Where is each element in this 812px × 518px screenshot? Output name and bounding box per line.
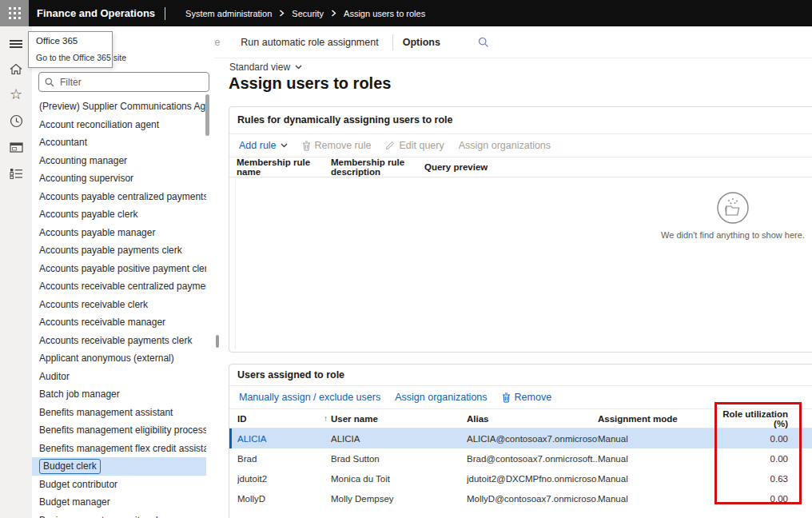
- cell-id: ALICIA: [237, 434, 331, 444]
- cell-user-name: Brad Sutton: [331, 454, 467, 464]
- options-button-label: Options: [403, 37, 440, 48]
- role-list-item[interactable]: Applicant anonymous (external): [32, 349, 206, 368]
- panel-scrollbar[interactable]: [216, 335, 219, 348]
- role-list-item[interactable]: Budget contributor: [32, 476, 206, 494]
- edit-query-label: Edit query: [399, 140, 444, 151]
- role-list-item[interactable]: Accounts receivable clerk: [32, 296, 206, 314]
- users-table-row[interactable]: ALICIAALICIAALICIA@contosoax7.onmicrosof…: [229, 428, 812, 448]
- roles-panel: (Preview) Supplier Communications AgentA…: [32, 26, 214, 518]
- tooltip-subtitle: Go to the Office 365 site: [36, 53, 105, 62]
- role-list-item[interactable]: Benefits management eligibility processo…: [32, 421, 206, 440]
- cell-user-name: Monica du Toit: [331, 474, 467, 484]
- chevron-right-icon: [279, 10, 285, 17]
- favorites-star-icon[interactable]: ☆: [0, 84, 32, 105]
- users-toolbar: Manually assign / exclude users Assign o…: [229, 386, 812, 409]
- selected-row-marker: [229, 428, 232, 448]
- chevron-right-icon: [331, 10, 336, 17]
- users-table-header: ID↑ User name Alias Assignment mode Role…: [229, 409, 812, 428]
- add-rule-label: Add rule: [239, 140, 277, 151]
- role-list-item[interactable]: Auditor: [32, 368, 206, 386]
- rules-table-header: Membership rule name Membership rule des…: [229, 157, 812, 177]
- breadcrumb-item-page[interactable]: Assign users to roles: [344, 9, 425, 18]
- role-list-item[interactable]: Account reconciliation agent: [32, 116, 206, 134]
- column-query-preview[interactable]: Query preview: [424, 162, 812, 172]
- cell-user-name: Molly Dempsey: [331, 494, 467, 504]
- home-icon[interactable]: [0, 58, 32, 79]
- recent-clock-icon[interactable]: [0, 110, 32, 131]
- column-id[interactable]: ID↑: [237, 414, 331, 424]
- remove-rule-button[interactable]: Remove rule: [302, 140, 372, 151]
- run-automatic-role-assignment-button[interactable]: Run automatic role assignment: [241, 37, 378, 48]
- office365-tooltip: Office 365 Go to the Office 365 site: [28, 31, 113, 68]
- trash-icon: [302, 141, 311, 151]
- view-selector[interactable]: Standard view: [229, 62, 302, 73]
- role-list-item[interactable]: Accounts payable positive payment clerk: [32, 260, 206, 278]
- role-list-item[interactable]: Business events security role: [32, 512, 206, 518]
- app-launcher-icon: [9, 7, 21, 19]
- app-launcher-button[interactable]: [0, 0, 29, 26]
- cell-role-utilization: 0.00: [716, 494, 788, 504]
- sort-ascending-icon: ↑: [324, 414, 328, 424]
- users-table-row[interactable]: MollyDMolly DempseyMollyD@contosoax7.onm…: [229, 488, 812, 508]
- filter-search-icon: [45, 78, 54, 87]
- breadcrumb-item-module[interactable]: System administration: [185, 9, 272, 18]
- role-list-item[interactable]: Accounts payable manager: [32, 224, 206, 242]
- role-list-item[interactable]: Accounts receivable manager: [32, 313, 206, 332]
- roles-list: (Preview) Supplier Communications AgentA…: [32, 98, 206, 518]
- column-role-utilization[interactable]: Role utilization (%): [716, 409, 788, 428]
- breadcrumb-item-area[interactable]: Security: [292, 9, 324, 18]
- top-navigation-bar: Finance and Operations System administra…: [0, 0, 812, 26]
- manually-assign-exclude-users-button[interactable]: Manually assign / exclude users: [239, 392, 380, 403]
- role-list-item[interactable]: Batch job manager: [32, 385, 206, 404]
- cell-id: MollyD: [237, 494, 331, 504]
- rules-assign-organizations-button[interactable]: Assign organizations: [459, 140, 551, 151]
- cell-assignment-mode: Manual: [598, 494, 716, 504]
- run-automatic-role-assignment-label: Run automatic role assignment: [241, 37, 378, 48]
- role-list-item[interactable]: Accountant: [32, 133, 206, 152]
- column-assignment-mode[interactable]: Assignment mode: [598, 414, 716, 424]
- users-table-row[interactable]: BradBrad SuttonBrad@contosoax7.onmicroso…: [229, 448, 812, 468]
- roles-list-scrollbar[interactable]: [205, 94, 209, 136]
- role-list-item[interactable]: Accounting supervisor: [32, 169, 206, 188]
- view-selector-label: Standard view: [229, 62, 290, 73]
- cell-role-utilization: 0.00: [716, 434, 788, 444]
- users-assign-organizations-button[interactable]: Assign organizations: [395, 392, 487, 403]
- remove-user-label: Remove: [515, 392, 552, 403]
- role-list-item[interactable]: Accounts receivable payments clerk: [32, 332, 206, 350]
- role-filter-field[interactable]: [38, 72, 209, 92]
- users-table-row[interactable]: jdutoit2Monica du Toitjdutoit2@DXCMPfno.…: [229, 468, 812, 488]
- role-list-item[interactable]: Accounts payable clerk: [32, 205, 206, 224]
- modules-list-icon[interactable]: [0, 163, 32, 184]
- role-list-item[interactable]: Accounts payable payments clerk: [32, 241, 206, 260]
- app-title[interactable]: Finance and Operations: [37, 7, 155, 19]
- role-list-item[interactable]: (Preview) Supplier Communications Agent: [32, 98, 206, 116]
- cell-role-utilization: 0.00: [716, 454, 788, 464]
- role-filter-input[interactable]: [58, 76, 209, 89]
- column-membership-rule-name[interactable]: Membership rule name: [237, 157, 331, 177]
- search-button[interactable]: [478, 37, 489, 48]
- role-list-item[interactable]: Accounting manager: [32, 152, 206, 170]
- column-alias[interactable]: Alias: [467, 414, 598, 424]
- role-list-item[interactable]: Budget manager: [32, 493, 206, 512]
- remove-user-button[interactable]: Remove: [502, 392, 552, 403]
- options-button[interactable]: Options: [403, 37, 440, 48]
- add-rule-button[interactable]: Add rule: [239, 140, 288, 151]
- trash-icon: [502, 392, 511, 403]
- chevron-down-icon: [281, 143, 288, 148]
- workspaces-icon[interactable]: [0, 137, 32, 157]
- role-list-item[interactable]: Budget clerk: [32, 457, 206, 476]
- role-list-item[interactable]: Accounts payable centralized payments cl…: [32, 188, 206, 206]
- rules-assign-organizations-label: Assign organizations: [459, 140, 551, 151]
- role-list-item[interactable]: Benefits management assistant: [32, 404, 206, 422]
- cell-alias: ALICIA@contosoax7.onmicrosof...: [467, 434, 598, 444]
- column-user-name[interactable]: User name: [331, 414, 467, 424]
- cell-role-utilization: 0.63: [716, 474, 788, 484]
- hamburger-menu-icon[interactable]: [0, 34, 32, 54]
- role-list-item[interactable]: Benefits management flex credit assistan…: [32, 440, 206, 458]
- empty-state-icon: [715, 190, 750, 225]
- role-list-item[interactable]: Accounts receivable centralized payments…: [32, 277, 206, 296]
- cell-alias: jdutoit2@DXCMPfno.onmicroso...: [467, 474, 598, 484]
- column-membership-rule-description[interactable]: Membership rule description: [331, 157, 424, 177]
- edit-query-button[interactable]: Edit query: [385, 140, 444, 151]
- cell-alias: Brad@contosoax7.onmicrosoft....: [467, 454, 598, 464]
